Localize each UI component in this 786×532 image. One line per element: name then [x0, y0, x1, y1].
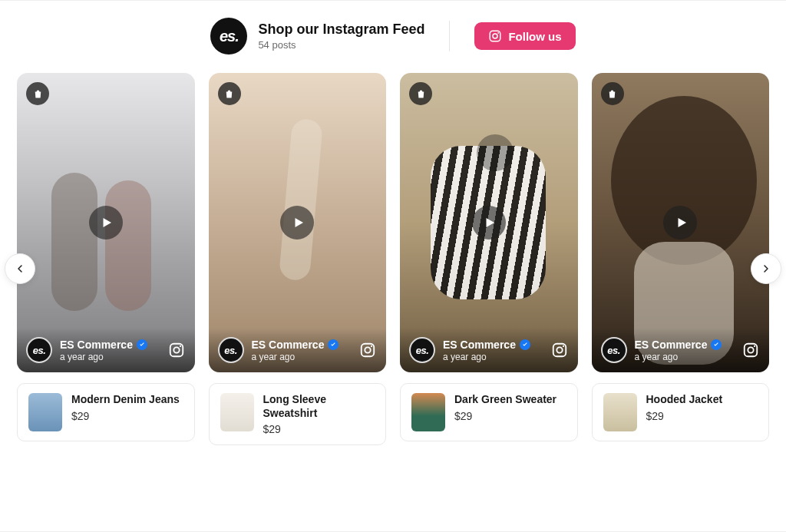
instagram-icon	[742, 342, 759, 359]
feed-card: es. ES Commerce a year ago Modern Denim …	[17, 73, 195, 445]
play-icon	[100, 216, 114, 230]
follow-us-button[interactable]: Follow us	[474, 22, 575, 50]
author-name: ES Commerce	[443, 339, 516, 351]
media-placeholder-shape	[51, 173, 97, 311]
product-info: Modern Denim Jeans $29	[71, 393, 180, 422]
shop-badge	[601, 82, 624, 105]
verified-badge-icon	[137, 339, 147, 350]
play-button[interactable]	[663, 206, 697, 240]
shopping-bag-icon	[606, 88, 618, 100]
svg-point-10	[556, 347, 562, 352]
post-time: a year ago	[443, 352, 550, 362]
media-placeholder-shape	[611, 96, 757, 265]
author-avatar: es.	[218, 337, 244, 363]
carousel-next-button[interactable]	[751, 253, 781, 284]
header-divider	[449, 21, 450, 51]
author-name: ES Commerce	[635, 339, 708, 351]
play-icon	[483, 216, 497, 230]
feed-carousel: es. ES Commerce a year ago Modern Denim …	[0, 73, 786, 445]
product-info: Dark Green Sweater $29	[454, 393, 556, 422]
play-icon	[292, 216, 305, 230]
svg-point-11	[562, 345, 563, 347]
feed-card: es. ES Commerce a year ago Hooded Jacket…	[592, 73, 770, 445]
product-info: Hooded Jacket $29	[646, 393, 723, 422]
play-button[interactable]	[472, 206, 506, 240]
author-avatar: es.	[601, 337, 627, 363]
media-footer: es. ES Commerce a year ago	[209, 328, 387, 372]
feed-media[interactable]: es. ES Commerce a year ago	[592, 73, 770, 372]
chevron-left-icon	[14, 263, 26, 275]
instagram-icon	[359, 342, 376, 359]
product-info: Long Sleeve Sweatshirt $29	[263, 393, 375, 435]
header-title: Shop our Instagram Feed	[258, 21, 424, 38]
header-text: Shop our Instagram Feed 54 posts	[258, 21, 424, 51]
product-card[interactable]: Long Sleeve Sweatshirt $29	[209, 383, 387, 445]
follow-us-label: Follow us	[508, 30, 561, 43]
svg-point-2	[498, 32, 500, 34]
post-time: a year ago	[60, 352, 167, 362]
media-footer: es. ES Commerce a year ago	[400, 328, 578, 372]
product-thumbnail	[28, 393, 62, 431]
instagram-link[interactable]	[358, 341, 377, 359]
feed-media[interactable]: es. ES Commerce a year ago	[17, 73, 195, 372]
chevron-right-icon	[760, 263, 772, 275]
product-card[interactable]: Hooded Jacket $29	[592, 383, 770, 441]
shopping-bag-icon	[32, 88, 44, 100]
instagram-link[interactable]	[550, 341, 569, 359]
media-placeholder-shape	[278, 118, 322, 282]
widget-header: es. Shop our Instagram Feed 54 posts Fol…	[0, 1, 786, 73]
feed-media[interactable]: es. ES Commerce a year ago	[400, 73, 578, 372]
instagram-icon	[551, 342, 568, 359]
product-price: $29	[263, 423, 375, 435]
svg-point-13	[748, 347, 753, 352]
instagram-link[interactable]	[741, 341, 760, 359]
brand-logo: es.	[210, 18, 247, 55]
play-button[interactable]	[280, 206, 314, 240]
product-card[interactable]: Dark Green Sweater $29	[400, 383, 578, 441]
product-name: Dark Green Sweater	[454, 393, 556, 407]
verified-badge-icon	[520, 339, 530, 350]
shop-badge	[218, 82, 241, 105]
carousel-prev-button[interactable]	[5, 253, 35, 284]
media-placeholder-shape	[105, 180, 151, 311]
svg-point-1	[493, 34, 497, 38]
product-thumbnail	[603, 393, 637, 431]
author-name: ES Commerce	[60, 339, 133, 351]
author-name-row: ES Commerce	[635, 339, 742, 351]
instagram-icon	[488, 29, 502, 43]
media-footer: es. ES Commerce a year ago	[17, 328, 195, 372]
author-name-row: ES Commerce	[443, 339, 550, 351]
author-meta: ES Commerce a year ago	[252, 339, 359, 362]
product-name: Hooded Jacket	[646, 393, 723, 407]
author-avatar: es.	[26, 337, 52, 363]
product-thumbnail	[220, 393, 254, 431]
author-meta: ES Commerce a year ago	[443, 339, 550, 362]
verified-badge-icon	[328, 339, 339, 350]
instagram-icon	[168, 342, 185, 359]
header-subtitle: 54 posts	[258, 39, 424, 51]
author-name-row: ES Commerce	[60, 339, 167, 351]
product-name: Modern Denim Jeans	[71, 393, 180, 407]
post-time: a year ago	[252, 352, 359, 362]
product-price: $29	[454, 410, 556, 422]
shopping-bag-icon	[223, 88, 235, 100]
author-meta: ES Commerce a year ago	[60, 339, 167, 362]
brand-logo-text: es.	[220, 28, 239, 45]
product-price: $29	[71, 410, 180, 422]
verified-badge-icon	[711, 339, 722, 350]
product-card[interactable]: Modern Denim Jeans $29	[17, 383, 195, 441]
play-button[interactable]	[89, 206, 123, 240]
author-meta: ES Commerce a year ago	[635, 339, 742, 362]
shop-badge	[26, 82, 49, 105]
feed-card: es. ES Commerce a year ago Dark Green Sw…	[400, 73, 578, 445]
product-name: Long Sleeve Sweatshirt	[263, 393, 375, 420]
product-price: $29	[646, 410, 723, 422]
media-placeholder-shape	[477, 134, 514, 171]
post-time: a year ago	[635, 352, 742, 362]
svg-point-14	[754, 345, 755, 347]
svg-point-8	[371, 345, 372, 347]
feed-media[interactable]: es. ES Commerce a year ago	[209, 73, 387, 372]
feed-card: es. ES Commerce a year ago Long Sleeve S…	[209, 73, 387, 445]
carousel-slides: es. ES Commerce a year ago Modern Denim …	[17, 73, 769, 445]
instagram-link[interactable]	[167, 341, 186, 359]
